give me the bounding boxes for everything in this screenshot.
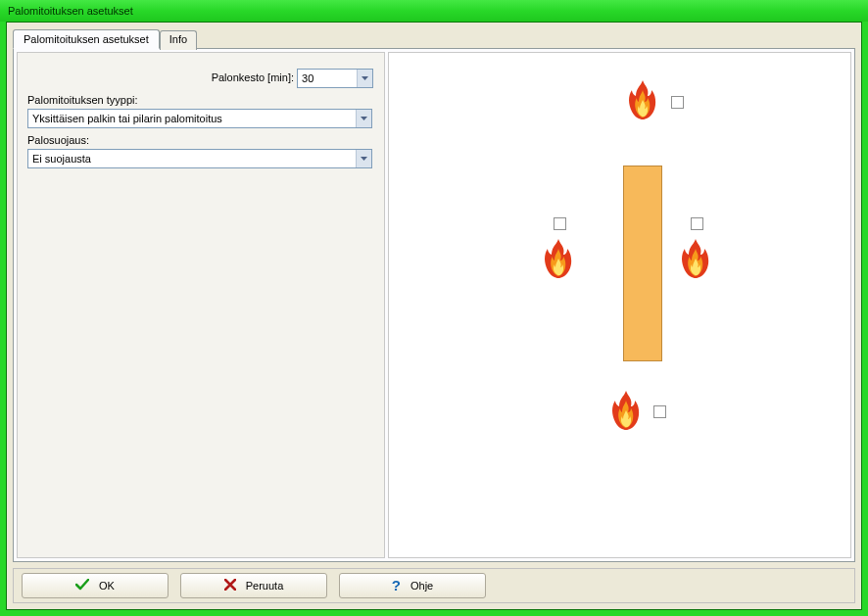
fire-bottom-checkbox[interactable] <box>653 405 666 418</box>
cancel-button[interactable]: Peruuta <box>180 573 327 598</box>
chevron-down-icon[interactable] <box>356 110 371 127</box>
protection-combo[interactable]: Ei suojausta <box>27 149 372 168</box>
check-icon <box>75 579 89 592</box>
tab-body: Palonkesto [min]: 30 Palomitoituksen tyy… <box>13 48 855 562</box>
tab-info[interactable]: Info <box>160 30 197 50</box>
tab-control: Palomitoituksen asetukset Info Palonkest… <box>13 28 855 562</box>
tab-settings-label: Palomitoituksen asetukset <box>24 33 149 45</box>
client-area: Palomitoituksen asetukset Info Palonkest… <box>6 22 862 610</box>
help-label: Ohje <box>410 580 433 592</box>
chevron-down-icon[interactable] <box>357 70 372 87</box>
tab-settings[interactable]: Palomitoituksen asetukset <box>13 29 160 49</box>
button-bar: OK Peruuta ? Ohje <box>13 568 855 603</box>
diagram-panel <box>388 52 851 558</box>
ok-label: OK <box>99 580 115 592</box>
fire-right-checkbox[interactable] <box>691 217 703 230</box>
fire-left-icon <box>542 239 575 278</box>
protection-label: Palosuojaus: <box>27 134 374 146</box>
tab-strip: Palomitoituksen asetukset Info <box>13 28 855 48</box>
chevron-down-icon[interactable] <box>356 150 371 167</box>
protection-value: Ei suojausta <box>28 150 356 167</box>
type-combo[interactable]: Yksittäisen palkin tai pilarin palomitoi… <box>27 109 372 128</box>
type-label: Palomitoituksen tyyppi: <box>27 94 374 106</box>
ok-button[interactable]: OK <box>22 573 169 598</box>
form-panel: Palonkesto [min]: 30 Palomitoituksen tyy… <box>14 49 388 561</box>
close-icon <box>224 579 236 592</box>
fire-right-icon <box>679 239 712 278</box>
question-icon: ? <box>392 580 401 592</box>
tab-info-label: Info <box>169 33 187 45</box>
fire-top-checkbox[interactable] <box>671 96 684 109</box>
help-button[interactable]: ? Ohje <box>339 573 486 598</box>
cancel-label: Peruuta <box>246 580 284 592</box>
fire-bottom-icon <box>609 391 643 430</box>
window-title: Palomitoituksen asetukset <box>8 5 133 17</box>
beam-cross-section <box>623 166 662 361</box>
type-value: Yksittäisen palkin tai pilarin palomitoi… <box>28 110 356 127</box>
window-titlebar: Palomitoituksen asetukset <box>0 0 868 22</box>
duration-combo[interactable]: 30 <box>297 69 373 88</box>
duration-label: Palonkesto [min]: <box>27 71 294 83</box>
form-inner: Palonkesto [min]: 30 Palomitoituksen tyy… <box>17 52 385 558</box>
fire-left-checkbox[interactable] <box>554 217 566 230</box>
fire-top-icon <box>626 80 659 119</box>
duration-value: 30 <box>298 70 357 87</box>
